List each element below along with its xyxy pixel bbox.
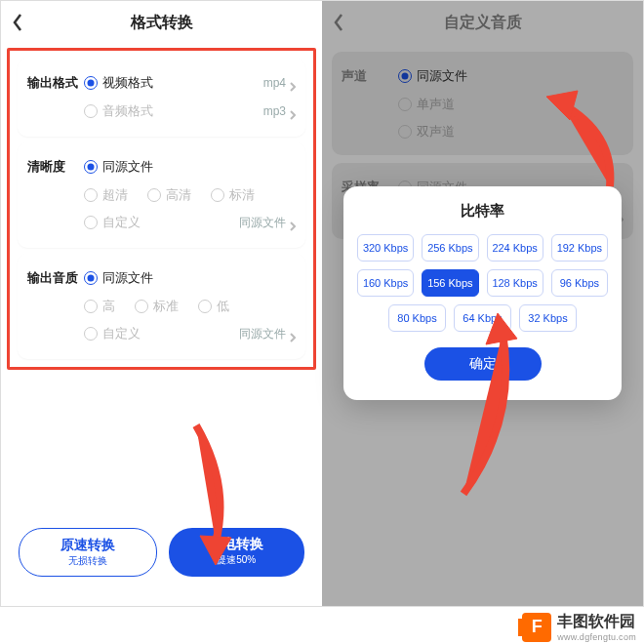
chevron-right-icon[interactable] <box>290 78 296 88</box>
opt-audio-custom[interactable]: 自定义 <box>84 325 141 342</box>
opt-audio-low[interactable]: 低 <box>198 298 229 315</box>
opt-audio-std[interactable]: 标准 <box>135 298 179 315</box>
card-audio-quality: 输出音质 同源文件 高 标准 低 自定义 同源文件 <box>18 254 305 359</box>
opt-audio-same[interactable]: 同源文件 <box>84 269 153 287</box>
bitrate-chip[interactable]: 224 Kbps <box>487 234 543 262</box>
chevron-right-icon[interactable] <box>290 218 296 227</box>
chevron-right-icon <box>290 106 296 116</box>
chevron-right-icon[interactable] <box>290 329 296 339</box>
bitrate-chip[interactable]: 32 Kbps <box>519 304 577 332</box>
label-clarity: 清晰度 <box>27 158 84 176</box>
fast-convert-button[interactable]: 闪电转换 提速50% <box>169 528 305 577</box>
opt-clarity-same[interactable]: 同源文件 <box>84 158 153 176</box>
bottom-buttons: 原速转换 无损转换 闪电转换 提速50% <box>1 528 322 577</box>
confirm-button[interactable]: 确定 <box>424 347 542 381</box>
bitrate-grid-row3: 80 Kbps64 Kbps32 Kbps <box>388 304 577 332</box>
value-clarity-custom: 同源文件 <box>239 215 286 231</box>
value-audio-ext: mp3 <box>263 104 286 118</box>
label-audio-quality: 输出音质 <box>27 269 84 287</box>
bitrate-chip[interactable]: 96 Kbps <box>551 269 608 297</box>
highlight-box: 输出格式 视频格式 mp4 音频格式 mp3 清晰度 同源文件 <box>7 48 316 370</box>
titlebar-left: 格式转换 <box>1 1 322 44</box>
label-output-format: 输出格式 <box>27 74 84 92</box>
opt-clarity-hd[interactable]: 超清 <box>84 186 128 204</box>
opt-clarity-custom[interactable]: 自定义 <box>84 214 141 231</box>
bitrate-chip[interactable]: 192 Kbps <box>551 234 608 262</box>
watermark-domain: www.dgfengtu.com <box>557 632 636 642</box>
opt-clarity-std[interactable]: 标清 <box>211 186 255 204</box>
bitrate-chip[interactable]: 80 Kbps <box>388 304 446 332</box>
opt-video-format[interactable]: 视频格式 <box>84 74 153 92</box>
opt-audio-format[interactable]: 音频格式 <box>84 102 153 120</box>
normal-convert-button[interactable]: 原速转换 无损转换 <box>19 528 157 577</box>
bitrate-chip[interactable]: 64 Kbps <box>454 304 511 332</box>
bitrate-chip[interactable]: 256 Kbps <box>422 234 478 262</box>
bitrate-grid: 320 Kbps256 Kbps224 Kbps192 Kbps160 Kbps… <box>357 234 608 297</box>
opt-clarity-high[interactable]: 高清 <box>147 186 191 204</box>
card-clarity: 清晰度 同源文件 超清 高清 标清 自定义 同源文件 <box>18 142 305 248</box>
opt-audio-high[interactable]: 高 <box>84 298 115 315</box>
bitrate-popup: 比特率 320 Kbps256 Kbps224 Kbps192 Kbps160 … <box>343 186 622 400</box>
watermark-brand: 丰图软件园 <box>557 612 636 632</box>
page-title-left: 格式转换 <box>131 13 193 33</box>
bitrate-chip[interactable]: 320 Kbps <box>357 234 414 262</box>
value-video-ext: mp4 <box>263 76 286 90</box>
bitrate-chip[interactable]: 128 Kbps <box>487 269 543 297</box>
bitrate-chip[interactable]: 160 Kbps <box>357 269 414 297</box>
popup-title: 比特率 <box>357 202 608 221</box>
back-icon[interactable] <box>13 14 22 31</box>
card-output-format: 输出格式 视频格式 mp4 音频格式 mp3 <box>18 59 305 137</box>
logo-icon: F <box>522 613 551 642</box>
bitrate-chip[interactable]: 156 Kbps <box>422 269 478 297</box>
value-audio-custom: 同源文件 <box>239 326 286 342</box>
watermark: F 丰图软件园 www.dgfengtu.com <box>522 612 636 642</box>
